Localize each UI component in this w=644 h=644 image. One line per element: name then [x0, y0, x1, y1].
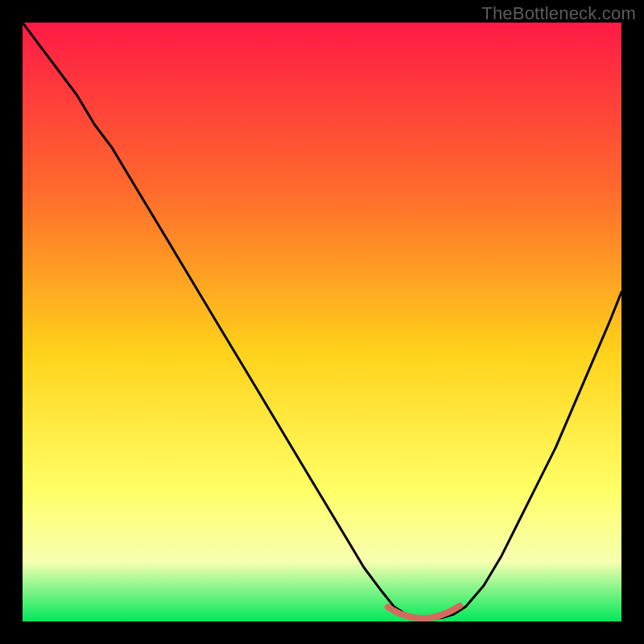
watermark-text: TheBottleneck.com	[481, 3, 636, 24]
chart-svg	[23, 23, 621, 621]
chart-frame: TheBottleneck.com	[0, 0, 644, 644]
gradient-background	[23, 23, 621, 621]
plot-area	[23, 23, 621, 621]
